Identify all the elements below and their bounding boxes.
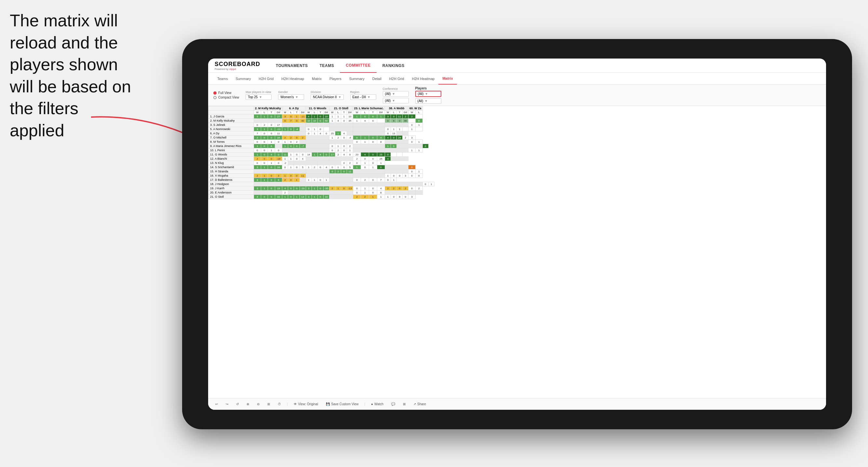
- region-select[interactable]: East - DII ▼: [350, 94, 376, 100]
- cell: 1: [408, 127, 415, 131]
- cell: 1: [428, 182, 434, 186]
- save-custom-button[interactable]: 💾 Save Custom View: [324, 402, 360, 406]
- nav-committee[interactable]: COMMITTEE: [340, 59, 377, 73]
- cell: 17: [275, 123, 282, 127]
- view-original-button[interactable]: 👁 View: Original: [292, 402, 320, 406]
- cell: 2: [330, 186, 335, 191]
- subnav-detail[interactable]: Detail: [369, 73, 385, 85]
- cell: 0: [275, 148, 282, 153]
- subnav-h2h-grid2[interactable]: H2H Grid: [385, 73, 408, 85]
- cell: 0: [341, 119, 347, 123]
- cell: [385, 191, 408, 195]
- compact-view-option[interactable]: Compact View: [213, 96, 239, 99]
- cell: 0: [408, 174, 415, 178]
- cell: 3: [254, 178, 261, 182]
- sh-t1: T: [268, 111, 275, 115]
- nav-tournaments[interactable]: TOURNAMENTS: [270, 59, 314, 73]
- nav-teams[interactable]: TEAMS: [314, 59, 340, 73]
- cell: 0: [268, 157, 275, 161]
- cell: [415, 191, 423, 195]
- cell: 0: [408, 165, 415, 169]
- cell: 0: [423, 182, 428, 186]
- division-arrow: ▼: [338, 95, 341, 99]
- cell: 0: [261, 135, 268, 140]
- cell: [408, 119, 415, 123]
- max-players-value: Top 25: [248, 95, 257, 99]
- subnav-summary[interactable]: Summary: [231, 73, 255, 85]
- cell: 2: [361, 178, 369, 182]
- cell: 0: [317, 195, 323, 199]
- full-view-radio[interactable]: [213, 91, 217, 95]
- subnav-h2h-heatmap2[interactable]: H2H Heatmap: [408, 73, 439, 85]
- cell: 4: [306, 115, 312, 119]
- cell: 0: [261, 148, 268, 153]
- players-select2[interactable]: (All) ▼: [415, 98, 441, 104]
- player-name-16: 16. X Mcgaha: [209, 174, 254, 178]
- nav-rankings[interactable]: RANKINGS: [377, 59, 410, 73]
- max-players-filter: Max players in view Top 25 ▼: [246, 90, 272, 100]
- clock-button[interactable]: ⏱: [276, 402, 283, 406]
- zoom-out-button[interactable]: ⊖: [255, 402, 261, 406]
- conference-select[interactable]: (All) ▼: [383, 91, 409, 97]
- cell: 4: [282, 186, 288, 191]
- player-name-5: 5. A Nomrowski: [209, 127, 254, 131]
- cell: 0: [369, 178, 377, 182]
- zoom-button[interactable]: ⊕: [245, 402, 251, 406]
- cell: [282, 148, 306, 153]
- player-name-6: 6. A Dy: [209, 131, 254, 135]
- cell: [397, 144, 423, 148]
- redo-button[interactable]: ↪: [224, 402, 230, 406]
- cell: [391, 153, 397, 157]
- conference-select2[interactable]: (All) ▼: [383, 98, 409, 103]
- player-name-2: 2. M Kelly Mulcahy: [209, 119, 254, 123]
- cell: 0: [268, 123, 275, 127]
- cell: 13: [391, 131, 397, 135]
- gender-filter: Gender Women's ▼: [278, 90, 304, 100]
- sh-w5: W: [353, 111, 361, 115]
- tablet-device: SCOREBOARD Powered by clippd TOURNAMENTS…: [182, 39, 852, 429]
- comment-button[interactable]: 💬: [389, 402, 397, 406]
- cell: 3: [254, 115, 261, 119]
- subnav-h2h-heatmap[interactable]: H2H Heatmap: [277, 73, 308, 85]
- subnav-h2h-grid[interactable]: H2H Grid: [255, 73, 277, 85]
- subnav-teams[interactable]: Teams: [213, 73, 231, 85]
- settings-button[interactable]: ⊞: [266, 402, 272, 406]
- cell: 0: [385, 178, 391, 182]
- annotation-text: The matrix willreload and theplayers sho…: [10, 10, 131, 142]
- subnav-players[interactable]: Players: [326, 73, 345, 85]
- share-button[interactable]: ↗ Share: [411, 402, 428, 406]
- cell: 10: [312, 119, 317, 123]
- grid-button[interactable]: ⊞: [401, 402, 407, 406]
- cell: 3: [282, 115, 288, 119]
- gender-select[interactable]: Women's ▼: [278, 94, 304, 100]
- cell: [353, 123, 385, 127]
- cell: 1: [294, 115, 300, 119]
- conference-arrow: ▼: [392, 92, 395, 96]
- matrix-container[interactable]: 2. M Kelly Mulcahy 6. A Dy 11. G Woods 2…: [208, 106, 826, 398]
- cell: [306, 148, 330, 153]
- watch-button[interactable]: ● Watch: [369, 402, 385, 406]
- table-row: 16. X Mcgaha 2 1 0 3 1 0 0 11: [209, 174, 434, 178]
- cell: [300, 140, 306, 144]
- division-select[interactable]: NCAA Division II ▼: [311, 94, 343, 100]
- cell: [347, 131, 353, 135]
- subnav-summary2[interactable]: Summary: [345, 73, 369, 85]
- undo-button[interactable]: ↩: [213, 402, 220, 406]
- full-view-option[interactable]: Full View: [213, 91, 239, 95]
- subnav-matrix2[interactable]: Matrix: [438, 73, 457, 85]
- compact-view-radio[interactable]: [213, 96, 217, 99]
- cell: 11: [275, 131, 282, 135]
- cell: 0: [341, 161, 347, 165]
- cell: 1: [254, 144, 261, 148]
- cell: 0: [397, 119, 403, 123]
- cell: 2: [261, 123, 268, 127]
- cell: 1: [312, 115, 317, 119]
- cell: 2: [254, 174, 261, 178]
- players-select[interactable]: (All) ▼: [415, 91, 441, 97]
- cell: 0: [341, 135, 347, 140]
- refresh-button[interactable]: ↺: [234, 402, 241, 406]
- max-players-select[interactable]: Top 25 ▼: [246, 94, 272, 100]
- cell: 1: [361, 140, 369, 144]
- cell: 1: [415, 123, 423, 127]
- subnav-matrix[interactable]: Matrix: [308, 73, 326, 85]
